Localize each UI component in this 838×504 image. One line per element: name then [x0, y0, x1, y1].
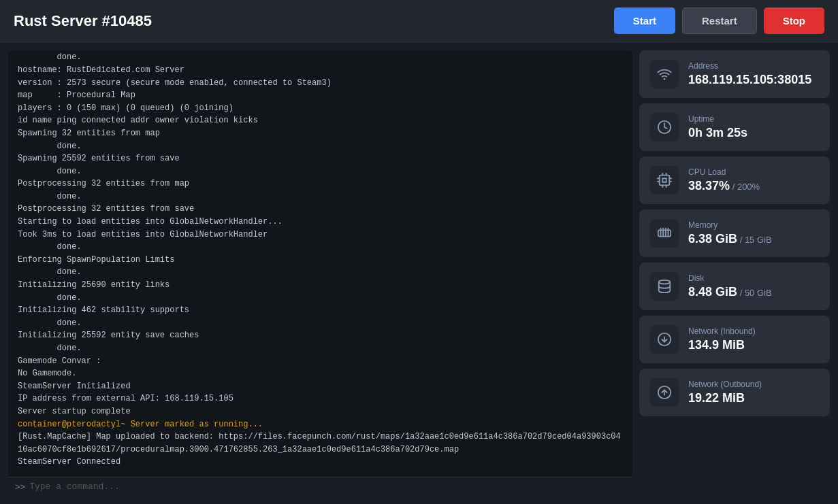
console-line: done. [18, 317, 623, 330]
page-title: Rust Server #10485 [14, 12, 152, 30]
stat-card-address: Address168.119.15.105:38015 [639, 50, 830, 98]
stat-sub-memory: / 15 GiB [737, 235, 772, 245]
ram-icon [650, 219, 679, 248]
download-icon [650, 325, 679, 354]
console-input[interactable] [29, 482, 626, 492]
stat-label-cpu: CPU Load [688, 167, 760, 177]
stat-value-network-in: 134.9 MiB [688, 338, 756, 352]
console-line: Took 3ms to load entities into GlobalNet… [18, 229, 623, 241]
stop-button[interactable]: Stop [764, 7, 824, 34]
console-line: id name ping connected addr owner violat… [18, 114, 623, 127]
console-output: AIInformationZone performing complete re… [8, 50, 632, 477]
stat-label-address: Address [688, 61, 811, 71]
console-line: done. [18, 51, 623, 64]
svg-rect-2 [660, 175, 670, 186]
console-line: Enforcing SpawnPopulation Limits [18, 254, 623, 267]
console-line: map : Procedural Map [18, 89, 623, 102]
console-line: Server startup complete [18, 405, 623, 418]
restart-button[interactable]: Restart [682, 7, 757, 34]
console-line: Gamemode Convar : [18, 355, 623, 368]
svg-rect-12 [658, 230, 671, 236]
header: Rust Server #10485 Start Restart Stop [0, 0, 838, 42]
disk-icon [650, 272, 679, 301]
console-line: version : 2573 secure (secure mode enabl… [18, 77, 623, 90]
stat-info-address: Address168.119.15.105:38015 [688, 61, 811, 87]
stat-info-memory: Memory6.38 GiB / 15 GiB [688, 220, 772, 246]
stat-card-network-in: Network (Inbound)134.9 MiB [639, 316, 830, 363]
console-line: done. [18, 292, 623, 305]
console-line: done. [18, 241, 623, 254]
console-line: players : 0 (150 max) (0 queued) (0 join… [18, 102, 623, 115]
stat-value-network-out: 19.22 MiB [688, 391, 762, 405]
stat-info-network-in: Network (Inbound)134.9 MiB [688, 326, 756, 352]
main-content: AIInformationZone performing complete re… [0, 42, 838, 504]
console-line: SteamServer Initialized [18, 380, 623, 393]
console-line: Postprocessing 32 entities from map [18, 178, 623, 190]
stat-value-cpu: 38.37% / 200% [688, 179, 760, 193]
console-line: IP address from external API: 168.119.15… [18, 392, 623, 405]
clock-icon [650, 113, 679, 141]
stat-sub-cpu: / 200% [730, 182, 760, 192]
stat-label-network-in: Network (Inbound) [688, 326, 756, 336]
stat-value-address: 168.119.15.105:38015 [688, 73, 811, 87]
console-prompt: >> [15, 482, 25, 492]
console-input-bar: >> [8, 477, 632, 496]
svg-rect-3 [662, 178, 666, 182]
console-line: container@pterodactyl~ Server marked as … [18, 418, 623, 431]
cpu-icon [650, 166, 679, 195]
console-line: done. [18, 190, 623, 203]
stat-info-network-out: Network (Outbound)19.22 MiB [688, 380, 762, 405]
console-line: hostname: RustDedicated.com Server [18, 64, 623, 77]
wifi-icon [650, 60, 679, 88]
stat-label-network-out: Network (Outbound) [688, 380, 762, 389]
sidebar: Address168.119.15.105:38015Uptime0h 3m 2… [639, 42, 838, 504]
stat-info-cpu: CPU Load38.37% / 200% [688, 167, 760, 193]
console-line: Starting to load entities into GlobalNet… [18, 216, 623, 229]
stat-card-memory: Memory6.38 GiB / 15 GiB [639, 209, 830, 257]
stat-info-uptime: Uptime0h 3m 25s [688, 114, 747, 140]
stat-info-disk: Disk8.48 GiB / 50 GiB [688, 273, 772, 299]
console-line: SteamServer Connected [18, 456, 623, 469]
start-button[interactable]: Start [614, 7, 675, 34]
console-line: Initializing 25690 entity links [18, 279, 623, 292]
stat-value-memory: 6.38 GiB / 15 GiB [688, 232, 772, 246]
console-line: Initializing 25592 entity save caches [18, 329, 623, 342]
stat-card-network-out: Network (Outbound)19.22 MiB [639, 369, 830, 416]
stat-card-uptime: Uptime0h 3m 25s [639, 103, 830, 151]
console-line: done. [18, 165, 623, 178]
stat-card-cpu: CPU Load38.37% / 200% [639, 156, 830, 204]
stat-value-disk: 8.48 GiB / 50 GiB [688, 285, 772, 299]
svg-point-21 [659, 280, 671, 284]
console-line: Initializing 462 stability supports [18, 304, 623, 317]
upload-icon [650, 378, 679, 407]
stat-label-memory: Memory [688, 220, 772, 230]
stat-label-disk: Disk [688, 273, 772, 283]
console-line: done. [18, 140, 623, 153]
stat-card-disk: Disk8.48 GiB / 50 GiB [639, 263, 830, 310]
console-line: done. [18, 342, 623, 355]
stat-sub-disk: / 50 GiB [737, 288, 772, 298]
console-line: [Rust.MapCache] Map uploaded to backend:… [18, 431, 623, 456]
console-area: AIInformationZone performing complete re… [8, 50, 632, 496]
stat-value-uptime: 0h 3m 25s [688, 126, 747, 140]
stat-label-uptime: Uptime [688, 114, 747, 124]
console-line: done. [18, 266, 623, 279]
console-line: Postprocessing 32 entities from save [18, 203, 623, 216]
console-line: Spawning 25592 entities from save [18, 152, 623, 165]
console-line: No Gamemode. [18, 367, 623, 380]
console-line: Spawning 32 entities from map [18, 127, 623, 140]
header-buttons: Start Restart Stop [614, 7, 824, 34]
